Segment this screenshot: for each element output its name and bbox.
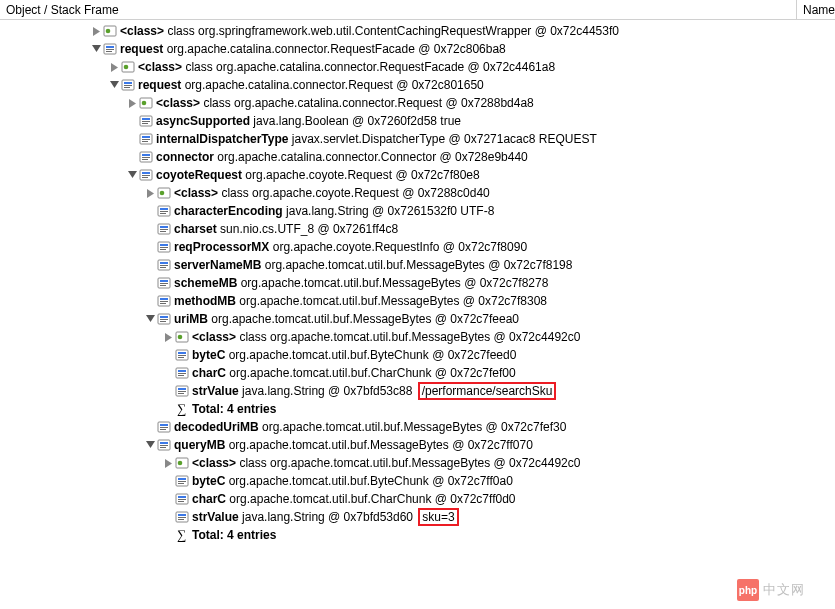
column-header-name[interactable]: Name bbox=[797, 3, 835, 17]
tree-row[interactable]: <class> class org.apache.tomcat.util.buf… bbox=[0, 328, 835, 346]
collapse-icon[interactable] bbox=[108, 63, 120, 72]
expand-icon[interactable] bbox=[144, 315, 156, 324]
tree-label: characterEncoding java.lang.String @ 0x7… bbox=[174, 204, 494, 218]
tree-row[interactable]: request org.apache.catalina.connector.Re… bbox=[0, 40, 835, 58]
tree-row[interactable]: charC org.apache.tomcat.util.buf.CharChu… bbox=[0, 364, 835, 382]
tree-row[interactable]: charset sun.nio.cs.UTF_8 @ 0x7261ff4c8 bbox=[0, 220, 835, 238]
tree-row[interactable]: decodedUriMB org.apache.tomcat.util.buf.… bbox=[0, 418, 835, 436]
field-detail: class org.apache.tomcat.util.buf.Message… bbox=[236, 330, 580, 344]
svg-rect-94 bbox=[178, 517, 186, 518]
field-detail: org.apache.tomcat.util.buf.MessageBytes … bbox=[259, 420, 567, 434]
svg-rect-73 bbox=[178, 393, 184, 394]
field-name: connector bbox=[156, 150, 214, 164]
tree-row[interactable]: request org.apache.catalina.connector.Re… bbox=[0, 76, 835, 94]
tree-row[interactable]: ∑Total: 4 entries bbox=[0, 526, 835, 544]
tree-row[interactable]: queryMB org.apache.tomcat.util.buf.Messa… bbox=[0, 436, 835, 454]
field-name: charC bbox=[192, 366, 226, 380]
expand-icon[interactable] bbox=[144, 441, 156, 450]
field-name: byteC bbox=[192, 348, 225, 362]
field-detail: java.lang.String @ 0x7bfd53c88 bbox=[239, 384, 416, 398]
collapse-icon[interactable] bbox=[90, 27, 102, 36]
tree-row[interactable]: characterEncoding java.lang.String @ 0x7… bbox=[0, 202, 835, 220]
svg-rect-77 bbox=[160, 429, 166, 430]
highlighted-value: sku=3 bbox=[418, 508, 458, 526]
expand-icon[interactable] bbox=[126, 171, 138, 180]
field-detail: class org.apache.tomcat.util.buf.Message… bbox=[236, 456, 580, 470]
svg-rect-72 bbox=[178, 391, 186, 392]
tree-row[interactable]: connector org.apache.catalina.connector.… bbox=[0, 148, 835, 166]
tree-row[interactable]: methodMB org.apache.tomcat.util.buf.Mess… bbox=[0, 292, 835, 310]
tree-row[interactable]: reqProcessorMX org.apache.coyote.Request… bbox=[0, 238, 835, 256]
tree-row[interactable]: coyoteRequest org.apache.coyote.Request … bbox=[0, 166, 835, 184]
tree-row[interactable]: serverNameMB org.apache.tomcat.util.buf.… bbox=[0, 256, 835, 274]
highlighted-value: /performance/searchSku bbox=[418, 382, 557, 400]
collapse-icon[interactable] bbox=[126, 99, 138, 108]
tree-row[interactable]: ∑Total: 4 entries bbox=[0, 400, 835, 418]
svg-rect-15 bbox=[142, 118, 150, 120]
field-detail: org.apache.tomcat.util.buf.ByteChunk @ 0… bbox=[225, 474, 512, 488]
field-name: request bbox=[138, 78, 181, 92]
object-icon bbox=[120, 77, 136, 93]
svg-point-61 bbox=[178, 335, 183, 340]
tree-label: coyoteRequest org.apache.coyote.Request … bbox=[156, 168, 480, 182]
field-detail: class org.springframework.web.util.Conte… bbox=[164, 24, 619, 38]
field-name: schemeMB bbox=[174, 276, 237, 290]
field-name: reqProcessorMX bbox=[174, 240, 269, 254]
object-tree: <class> class org.springframework.web.ut… bbox=[0, 20, 835, 544]
svg-rect-23 bbox=[142, 154, 150, 156]
tree-row[interactable]: <class> class org.apache.catalina.connec… bbox=[0, 94, 835, 112]
svg-rect-10 bbox=[124, 85, 132, 86]
svg-rect-95 bbox=[178, 519, 184, 520]
tree-row[interactable]: uriMB org.apache.tomcat.util.buf.Message… bbox=[0, 310, 835, 328]
tree-row[interactable]: schemeMB org.apache.tomcat.util.buf.Mess… bbox=[0, 274, 835, 292]
object-icon bbox=[156, 419, 172, 435]
svg-rect-41 bbox=[160, 244, 168, 246]
object-icon bbox=[156, 221, 172, 237]
tree-row[interactable]: byteC org.apache.tomcat.util.buf.ByteChu… bbox=[0, 472, 835, 490]
collapse-icon[interactable] bbox=[162, 459, 174, 468]
tree-label: methodMB org.apache.tomcat.util.buf.Mess… bbox=[174, 294, 547, 308]
tree-label: strValue java.lang.String @ 0x7bfd53c88 … bbox=[192, 384, 556, 398]
svg-rect-19 bbox=[142, 136, 150, 138]
tree-row[interactable]: <class> class org.springframework.web.ut… bbox=[0, 22, 835, 40]
svg-rect-3 bbox=[106, 46, 114, 48]
field-detail: org.apache.coyote.RequestInfo @ 0x72c7f8… bbox=[269, 240, 527, 254]
svg-rect-35 bbox=[160, 213, 166, 214]
tree-label: <class> class org.apache.tomcat.util.buf… bbox=[192, 330, 580, 344]
tree-row[interactable]: strValue java.lang.String @ 0x7bfd53d60 … bbox=[0, 508, 835, 526]
expand-icon[interactable] bbox=[108, 81, 120, 90]
tree-row[interactable]: strValue java.lang.String @ 0x7bfd53c88 … bbox=[0, 382, 835, 400]
field-name: decodedUriMB bbox=[174, 420, 259, 434]
tree-row[interactable]: <class> class org.apache.catalina.connec… bbox=[0, 58, 835, 76]
collapse-icon[interactable] bbox=[162, 333, 174, 342]
svg-rect-16 bbox=[142, 121, 150, 122]
tree-label: reqProcessorMX org.apache.coyote.Request… bbox=[174, 240, 527, 254]
class-icon bbox=[174, 455, 190, 471]
watermark: php 中文网 bbox=[737, 579, 805, 601]
tree-row[interactable]: internalDispatcherType javax.servlet.Dis… bbox=[0, 130, 835, 148]
svg-rect-57 bbox=[160, 316, 168, 318]
column-header-object[interactable]: Object / Stack Frame bbox=[0, 0, 797, 19]
tree-row[interactable]: <class> class org.apache.coyote.Request … bbox=[0, 184, 835, 202]
class-icon bbox=[102, 23, 118, 39]
tree-row[interactable]: <class> class org.apache.tomcat.util.buf… bbox=[0, 454, 835, 472]
tree-row[interactable]: byteC org.apache.tomcat.util.buf.ByteChu… bbox=[0, 346, 835, 364]
class-icon bbox=[156, 185, 172, 201]
field-name: internalDispatcherType bbox=[156, 132, 288, 146]
field-detail: org.apache.catalina.connector.RequestFac… bbox=[163, 42, 505, 56]
object-icon bbox=[138, 113, 154, 129]
sigma-icon: ∑ bbox=[174, 527, 190, 543]
svg-rect-33 bbox=[160, 208, 168, 210]
expand-icon[interactable] bbox=[90, 45, 102, 54]
tree-row[interactable]: charC org.apache.tomcat.util.buf.CharChu… bbox=[0, 490, 835, 508]
svg-point-13 bbox=[142, 101, 147, 106]
field-name: strValue bbox=[192, 384, 239, 398]
field-detail: javax.servlet.DispatcherType @ 0x7271aca… bbox=[288, 132, 596, 146]
object-icon bbox=[156, 275, 172, 291]
tree-label: decodedUriMB org.apache.tomcat.util.buf.… bbox=[174, 420, 566, 434]
svg-rect-20 bbox=[142, 139, 150, 140]
field-name: uriMB bbox=[174, 312, 208, 326]
collapse-icon[interactable] bbox=[144, 189, 156, 198]
svg-rect-37 bbox=[160, 226, 168, 228]
tree-row[interactable]: asyncSupported java.lang.Boolean @ 0x726… bbox=[0, 112, 835, 130]
